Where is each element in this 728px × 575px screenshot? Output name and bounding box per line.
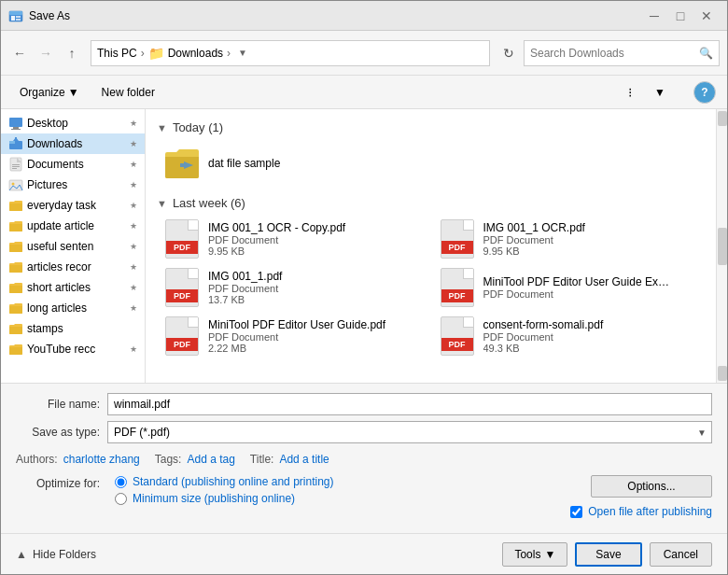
radio-standard-label[interactable]: Standard (publishing online and printing…: [133, 475, 333, 488]
lastweek-files: PDF IMG 001_1 OCR - Copy.pdf PDF Documen…: [157, 216, 705, 359]
breadcrumb[interactable]: This PC › 📁 Downloads › ▼: [91, 40, 490, 66]
open-after-checkbox[interactable]: [570, 506, 582, 518]
file-name-6: consent-form-somali.pdf: [483, 318, 670, 331]
list-item[interactable]: PDF IMG 001_1 OCR - Copy.pdf PDF Documen…: [157, 216, 430, 262]
breadcrumb-dropdown[interactable]: ▼: [238, 48, 247, 58]
file-name-1: IMG 001_1 OCR - Copy.pdf: [208, 221, 395, 234]
sidebar-item-everyday[interactable]: everyday task ★: [1, 195, 145, 216]
sidebar-item-youtube[interactable]: YouTube recc ★: [1, 339, 145, 359]
svg-rect-11: [15, 137, 17, 141]
search-icon: 🔍: [699, 47, 713, 60]
lastweek-section-title: Last week (6): [173, 196, 245, 210]
list-item[interactable]: PDF IMG 001_1 OCR.pdf PDF Document 9.95 …: [432, 216, 706, 262]
today-section-header[interactable]: ▼ Today (1): [157, 120, 705, 134]
today-chevron-icon: ▼: [157, 122, 167, 133]
svg-rect-9: [9, 141, 15, 144]
folder-icon-useful: [8, 239, 23, 254]
window-controls: ─ □ ✕: [641, 3, 720, 29]
dialog-title: Save As: [29, 9, 641, 22]
main-area: Desktop ★ Downloads ★ Documents ★: [1, 109, 727, 383]
hide-folders-button[interactable]: ▲ Hide Folders: [16, 548, 96, 561]
scrollbar[interactable]: [716, 109, 727, 383]
up-button[interactable]: ↑: [61, 42, 83, 64]
file-type-4: PDF Document: [483, 288, 699, 300]
svg-rect-7: [11, 129, 21, 130]
list-item[interactable]: PDF MiniTool PDF Editor User Guide Extra…: [432, 264, 706, 311]
file-type-2: PDF Document: [483, 234, 699, 245]
scroll-down-arrow[interactable]: [718, 366, 727, 381]
view-dropdown-button[interactable]: ▼: [649, 81, 671, 104]
cancel-button[interactable]: Cancel: [650, 542, 712, 567]
refresh-button[interactable]: ↻: [497, 42, 520, 64]
list-item[interactable]: dat file sample: [157, 140, 705, 187]
folder-icon-everyday: [8, 198, 23, 213]
file-size-1: 9.95 KB: [208, 245, 424, 257]
radio-standard-row: Standard (publishing online and printing…: [115, 475, 406, 488]
search-input[interactable]: [530, 47, 699, 60]
options-button[interactable]: Options...: [591, 475, 712, 498]
sidebar-item-articles[interactable]: articles recor ★: [1, 257, 145, 277]
sidebar-item-desktop[interactable]: Desktop ★: [1, 113, 145, 133]
sidebar-item-everyday-label: everyday task: [27, 199, 126, 212]
savetype-select[interactable]: PDF (*.pdf): [107, 421, 712, 443]
radio-minimum-label[interactable]: Minimum size (publishing online): [133, 492, 295, 505]
scroll-up-arrow[interactable]: [718, 111, 727, 126]
svg-rect-2: [11, 16, 15, 21]
pdf-thumb-5: PDF: [163, 317, 201, 355]
file-name-dat: dat file sample: [208, 157, 395, 170]
open-after-label[interactable]: Open file after publishing: [588, 505, 712, 518]
sidebar-item-long-label: long articles: [27, 302, 126, 315]
optimize-section: Optimize for: Standard (publishing onlin…: [16, 470, 712, 524]
sidebar-item-pictures-label: Pictures: [27, 178, 126, 191]
svg-point-18: [12, 183, 15, 186]
sidebar-item-update[interactable]: update article ★: [1, 216, 145, 236]
maximize-button[interactable]: □: [667, 3, 693, 29]
sidebar-item-downloads[interactable]: Downloads ★: [1, 133, 145, 154]
file-info-4: MiniTool PDF Editor User Guide Extract O…: [483, 275, 699, 300]
title-value[interactable]: Add a title: [279, 453, 329, 466]
close-button[interactable]: ✕: [693, 3, 720, 29]
downloads-icon: [8, 136, 23, 151]
organize-button[interactable]: Organize ▼: [12, 81, 87, 104]
new-folder-button[interactable]: New folder: [94, 81, 162, 104]
svg-rect-15: [12, 166, 20, 167]
pin-icon-short: ★: [130, 283, 137, 292]
lastweek-section-header[interactable]: ▼ Last week (6): [157, 196, 705, 210]
file-info-3: IMG 001_1.pdf PDF Document 13.7 KB: [208, 270, 424, 305]
desktop-icon: [8, 116, 23, 131]
radio-minimum[interactable]: [115, 493, 127, 505]
help-button[interactable]: ?: [693, 81, 716, 104]
authors-item: Authors: charlotte zhang: [16, 453, 140, 466]
list-item[interactable]: PDF MiniTool PDF Editor User Guide.pdf P…: [157, 313, 430, 359]
scroll-thumb[interactable]: [718, 228, 727, 265]
sidebar-item-documents[interactable]: Documents ★: [1, 154, 145, 175]
tools-dropdown-icon: ▼: [544, 548, 555, 561]
radio-standard[interactable]: [115, 476, 127, 488]
back-button[interactable]: ←: [8, 42, 31, 64]
forward-button[interactable]: →: [35, 42, 57, 64]
tags-value[interactable]: Add a tag: [187, 453, 234, 466]
sidebar-item-stamps[interactable]: stamps: [1, 318, 145, 339]
save-button[interactable]: Save: [575, 542, 641, 567]
view-button[interactable]: ⁝: [619, 81, 641, 104]
svg-rect-20: [180, 163, 184, 167]
tools-button[interactable]: Tools ▼: [502, 542, 567, 567]
minimize-button[interactable]: ─: [641, 3, 667, 29]
sidebar-item-desktop-label: Desktop: [27, 117, 126, 130]
pdf-thumb-1: PDF: [163, 220, 201, 258]
open-after-row: Open file after publishing: [570, 505, 712, 518]
sidebar-item-pictures[interactable]: Pictures ★: [1, 175, 145, 195]
file-name-2: IMG 001_1 OCR.pdf: [483, 221, 670, 234]
list-item[interactable]: PDF consent-form-somali.pdf PDF Document…: [432, 313, 706, 359]
filename-input[interactable]: [107, 393, 712, 415]
authors-value[interactable]: charlotte zhang: [63, 453, 140, 466]
sidebar-item-long[interactable]: long articles ★: [1, 298, 145, 318]
file-info-6: consent-form-somali.pdf PDF Document 49.…: [483, 318, 699, 354]
sidebar-item-downloads-label: Downloads: [27, 137, 126, 150]
dialog-icon: [8, 8, 23, 23]
optimize-label: Optimize for:: [16, 475, 100, 490]
breadcrumb-this-pc: This PC: [97, 47, 137, 60]
list-item[interactable]: PDF IMG 001_1.pdf PDF Document 13.7 KB: [157, 264, 430, 311]
sidebar-item-useful[interactable]: useful senten ★: [1, 236, 145, 257]
sidebar-item-short[interactable]: short articles ★: [1, 277, 145, 298]
